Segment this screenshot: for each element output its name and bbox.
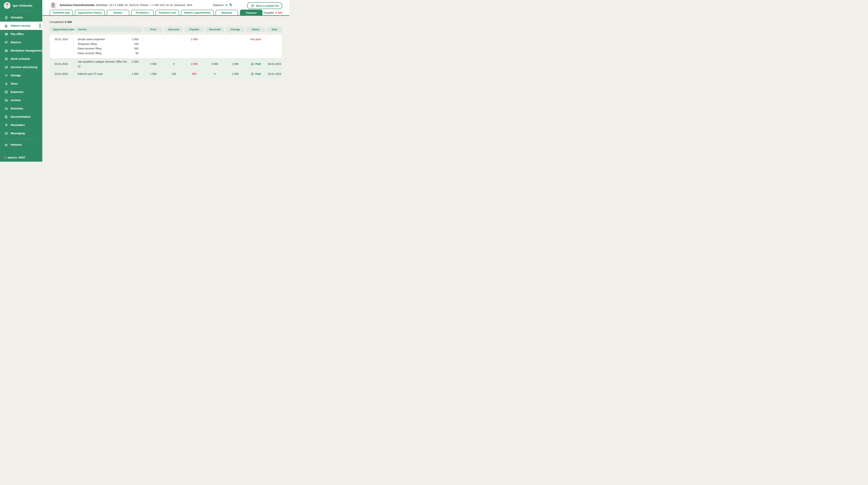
payable-cell: 900 [185, 72, 204, 76]
tab-treatment-plan[interactable]: Treatment plan [50, 10, 73, 15]
sidebar-item-partners[interactable]: Partners [0, 141, 42, 149]
status-badge: Paid [255, 72, 261, 76]
briefcase-icon [4, 49, 8, 53]
app-root: Igor Globenko SchedulePatient recordsPay… [0, 0, 289, 162]
edit-balance-pen-icon[interactable] [229, 3, 233, 7]
change-cell [226, 37, 245, 42]
table-row[interactable]: 03.01.2024Patient's jaw CT scan1 0001 00… [50, 70, 282, 78]
sidebar-item-schedule[interactable]: Schedule [0, 13, 42, 22]
sidebar-item-label: Services and pricing [11, 66, 37, 69]
sidebar-item-patient-records[interactable]: Patient records [0, 22, 42, 30]
patient-info: Antonina Cherednichenko; Birthdate: 10.1… [60, 3, 192, 7]
column-header-date: Date [267, 27, 282, 32]
sidebar-item-label: Work schedule [11, 57, 30, 60]
document-icon [4, 115, 8, 119]
schedule-icon [4, 16, 8, 20]
column-header-status: Status [246, 27, 265, 32]
sidebar-item-storage[interactable]: Storage [0, 71, 42, 80]
sidebar: Igor Globenko SchedulePatient recordsPay… [0, 0, 42, 162]
appointment-date-cell: 03.01.2024 [50, 72, 73, 76]
column-header-service: Service [74, 27, 142, 32]
tab-studies[interactable]: Studies [107, 10, 129, 15]
sidebar-item-messaging[interactable]: Messaging [0, 129, 42, 138]
service-amount: 2 000 [132, 59, 138, 69]
discount-cell [164, 37, 183, 42]
patient-avatar [50, 1, 57, 8]
discount-cell: 0 [164, 62, 183, 66]
balance: Balance: 0 [213, 3, 233, 7]
sidebar-item-expenses[interactable]: Expenses [0, 88, 42, 96]
change-cell: 1 000 [226, 62, 245, 66]
service-name: Glass-ionomer filling [78, 51, 101, 56]
table-row[interactable]: 05.01.2024Dental caries treatment2 000Te… [50, 35, 282, 58]
sidebar-item-reports[interactable]: Reports [0, 38, 42, 47]
tab-prosthetics[interactable]: Prosthetics [131, 10, 154, 15]
tabs: Treatment planAppointment historyStudies… [50, 9, 262, 15]
paid-check-icon [251, 72, 254, 76]
payable-cell: 2 000 [185, 62, 204, 66]
received-cell [205, 37, 224, 42]
column-header-discount: Discount [164, 27, 183, 32]
sidebar-item-label: Messaging [11, 132, 25, 135]
service-name: Jaw quadrant 1 plaque removal, Office No… [78, 59, 130, 69]
service-amount: 100 [134, 42, 138, 47]
payable-label: Payable: [264, 11, 275, 14]
completed-value: 5 440 [65, 20, 72, 24]
sidebar-item-branches[interactable]: Branches [0, 104, 42, 113]
sidebar-item-workplace-management[interactable]: Workplace management [0, 47, 42, 55]
balance-label: Balance: [213, 3, 224, 7]
status-cell: Not paid [246, 37, 265, 42]
sidebar-item-services-and-pricing[interactable]: Services and pricing [0, 63, 42, 71]
sidebar-item-archive[interactable]: Archive [0, 96, 42, 104]
service-line: Jaw quadrant 1 plaque removal, Office No… [74, 59, 142, 69]
sidebar-item-work-schedule[interactable]: Work schedule [0, 55, 42, 63]
appointment-date-cell: 04.01.2024 [50, 62, 73, 66]
received-cell: 0 [205, 72, 224, 76]
service-cell: Jaw quadrant 1 plaque removal, Office No… [74, 59, 142, 69]
table-row[interactable]: 04.01.2024Jaw quadrant 1 plaque removal,… [50, 59, 282, 69]
home-icon [4, 107, 8, 111]
sidebar-item-reminders[interactable]: Reminders [0, 121, 42, 129]
sidebar-user[interactable]: Igor Globenko [0, 0, 42, 11]
status-badge: Not paid [250, 37, 261, 42]
tab-treatment-card[interactable]: Treatment card [156, 10, 179, 15]
sidebar-divider [4, 139, 38, 139]
completed-summary: Completed:5 440 [50, 20, 282, 24]
tab-patient-s-appointments[interactable]: Patient's appointments [181, 10, 214, 15]
sidebar-item-pay-office[interactable]: Pay office [0, 30, 42, 38]
sidebar-item-label: Expenses [11, 90, 24, 93]
patient-name: Antonina Cherednichenko [60, 3, 95, 7]
calendar-icon [4, 57, 8, 61]
column-header-received: Received [205, 27, 224, 32]
payable-value: 2 500 [275, 11, 282, 14]
column-header-appointment-date: Appointment date [50, 27, 73, 32]
service-name: Glass-ionomer filling [78, 46, 101, 51]
sidebar-item-label: Storage [11, 74, 21, 77]
service-cell: Dental caries treatment2 000Temporary fi… [74, 37, 142, 56]
sidebar-item-documentation[interactable]: Documentation [0, 113, 42, 121]
sidebar-divider [4, 11, 38, 11]
service-amount: 2 000 [132, 37, 138, 42]
sidebar-item-label: Documentation [11, 115, 31, 118]
back-to-patient-list-button[interactable]: Back to patient list [247, 2, 282, 9]
date-cell: 03.01.2024 [267, 72, 282, 76]
column-header-change: Change [226, 27, 245, 32]
received-cell: 3 000 [205, 62, 224, 66]
sidebar-item-label: Branches [11, 107, 23, 110]
sidebar-item-label: Patient records [11, 24, 31, 27]
column-header-price: Price [144, 27, 163, 32]
bell-icon [4, 123, 8, 127]
back-button-label: Back to patient list [256, 4, 279, 7]
sidebar-item-store[interactable]: Store [0, 80, 42, 88]
patient-header: Antonina Cherednichenko; Birthdate: 10.1… [42, 0, 289, 16]
finances-content: Completed:5 440 Appointment dateServiceP… [42, 16, 289, 162]
service-amount: 1 000 [132, 72, 138, 76]
cart-icon [4, 73, 8, 78]
service-line: Dental caries treatment2 000 [74, 37, 142, 42]
tab-materials[interactable]: Materials [216, 10, 238, 15]
status-cell: Paid [246, 72, 265, 76]
tab-appointment-history[interactable]: Appointment history [75, 10, 105, 15]
price-cell: 2 000 [144, 62, 163, 66]
balance-value: 0 [226, 3, 227, 7]
tab-finances[interactable]: Finances [240, 9, 262, 16]
